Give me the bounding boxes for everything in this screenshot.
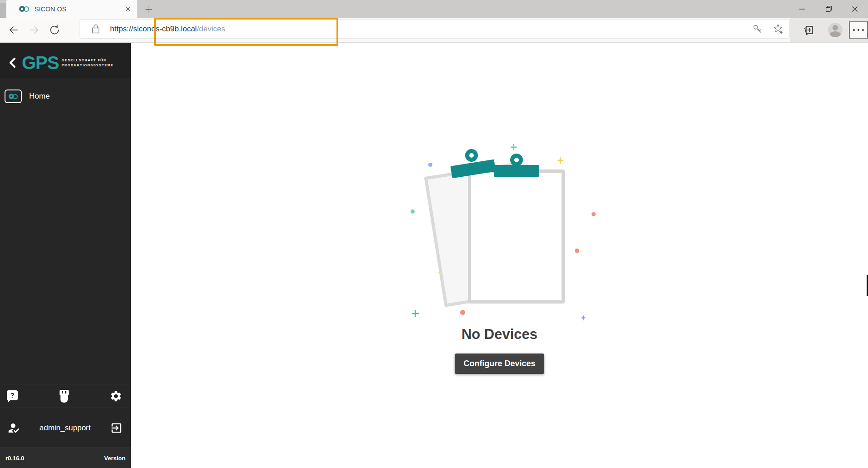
user-check-icon (6, 421, 21, 435)
star-confetti (581, 315, 587, 321)
no-devices-empty-state: No Devices Configure Devices (402, 142, 597, 374)
clipboard-back-ring (465, 149, 478, 162)
add-favorite-star-icon[interactable] (771, 22, 786, 36)
home-sicon-logo-icon (5, 90, 22, 103)
configure-devices-button[interactable]: Configure Devices (455, 353, 544, 374)
minimize-button[interactable] (789, 0, 815, 18)
sidebar: GPS GESELLSCHAFT FÜR PRODUKTIONSSYSTEME … (0, 43, 131, 468)
settings-and-more-button[interactable] (849, 21, 868, 39)
clipboard-front-ring (510, 154, 523, 166)
url-path: /devices (197, 25, 225, 33)
sicon-favicon-icon (19, 6, 29, 12)
usb-icon[interactable] (56, 388, 72, 404)
star-confetti (557, 157, 564, 164)
window-controls (789, 0, 868, 18)
gps-logo: GPS GESELLSCHAFT FÜR PRODUKTIONSSYSTEME (22, 54, 114, 72)
settings-gear-icon[interactable] (108, 388, 124, 404)
dot-confetti (411, 209, 415, 214)
close-window-button[interactable] (842, 0, 868, 18)
refresh-button[interactable] (45, 21, 64, 39)
sidebar-header: GPS GESELLSCHAFT FÜR PRODUKTIONSSYSTEME (0, 43, 131, 78)
dot-confetti (460, 310, 465, 315)
plus-confetti (412, 310, 419, 317)
toolbar-right-panel (790, 18, 868, 42)
logout-icon[interactable] (109, 421, 124, 435)
back-button[interactable] (5, 21, 23, 39)
dot-confetti (428, 163, 432, 167)
clipboard-front (468, 169, 565, 304)
new-tab-button[interactable] (143, 3, 155, 15)
avatar (828, 23, 843, 37)
version-value: r0.16.0 (5, 455, 24, 462)
page-body: GPS GESELLSCHAFT FÜR PRODUKTIONSSYSTEME … (0, 43, 868, 468)
collections-icon[interactable] (802, 22, 815, 38)
empty-state-title: No Devices (402, 326, 597, 343)
profile-avatar[interactable] (828, 22, 843, 38)
sidebar-item-home[interactable]: Home (0, 85, 131, 107)
username-label: admin_support (40, 423, 90, 433)
tab-title: SICON.OS (35, 5, 66, 13)
plus-confetti (511, 144, 517, 150)
main-content: No Devices Configure Devices (131, 43, 868, 468)
saved-passwords-key-icon[interactable] (750, 22, 765, 36)
sidebar-item-label: Home (29, 92, 50, 101)
lock-icon (88, 22, 103, 36)
address-bar[interactable]: https://siconos-cb9b.local/devices (80, 19, 790, 39)
dot-confetti (592, 212, 596, 216)
browser-window: SICON.OS (0, 0, 868, 468)
gps-logo-text: GPS (22, 54, 59, 72)
tab-edge-sliver (0, 3, 6, 18)
clipboard-front-clip (494, 165, 539, 177)
gps-logo-subtitle: GESELLSCHAFT FÜR PRODUKTIONSSYSTEME (61, 58, 114, 68)
clipboards-illustration (402, 142, 597, 324)
dot-confetti (575, 249, 579, 253)
tab-bar: SICON.OS (0, 0, 868, 18)
help-icon[interactable]: ? (5, 388, 20, 404)
forward-button[interactable] (25, 21, 43, 39)
restore-button[interactable] (815, 0, 842, 18)
browser-tab[interactable]: SICON.OS (6, 0, 137, 18)
tab-close-icon[interactable] (123, 4, 133, 14)
version-bar: r0.16.0 Version (0, 448, 131, 468)
sidebar-tools-row: ? (0, 384, 131, 408)
browser-toolbar: https://siconos-cb9b.local/devices (0, 18, 868, 43)
url-text[interactable]: https://siconos-cb9b.local/devices (110, 25, 225, 34)
version-label: Version (104, 455, 125, 462)
url-host: https://siconos-cb9b.local (110, 25, 197, 33)
collapse-sidebar-chevron-icon[interactable] (6, 56, 18, 70)
sidebar-account-row: admin_support (0, 408, 131, 448)
